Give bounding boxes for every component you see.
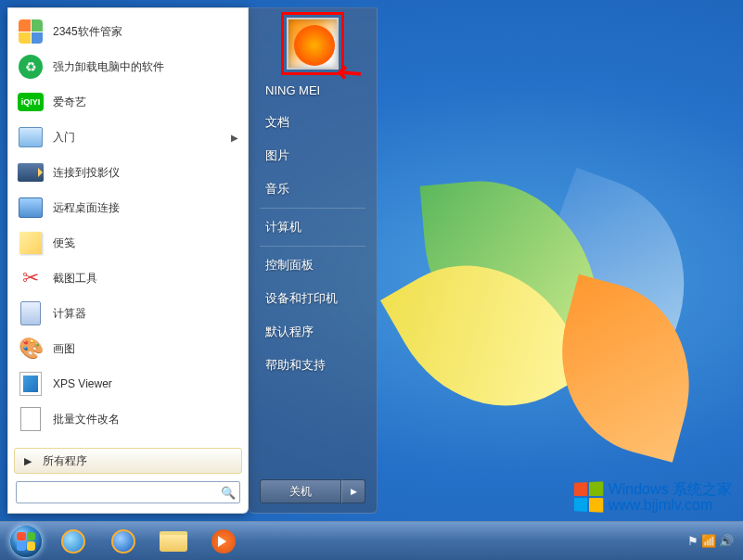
rename-icon bbox=[18, 406, 44, 432]
program-label: 截图工具 bbox=[53, 271, 97, 286]
2345-icon bbox=[18, 19, 44, 45]
wmp-icon bbox=[211, 529, 236, 554]
xps-viewer-icon bbox=[18, 371, 44, 397]
program-label: 计算器 bbox=[53, 306, 86, 322]
program-sticky-notes[interactable]: 便笺 bbox=[10, 225, 246, 261]
sticky-notes-icon bbox=[18, 230, 44, 256]
watermark: Windows 系统之家 www.bjjmlv.com bbox=[573, 481, 732, 514]
search-icon: 🔍 bbox=[221, 486, 236, 500]
remote-desktop-icon bbox=[18, 195, 44, 221]
watermark-url: www.bjjmlv.com bbox=[608, 497, 732, 514]
program-label: 连接到投影仪 bbox=[53, 165, 120, 181]
shutdown-options-button[interactable]: ▶ bbox=[341, 479, 365, 503]
paint-icon: 🎨 bbox=[18, 336, 44, 362]
taskbar-ie64[interactable] bbox=[99, 525, 147, 558]
start-menu: 2345软件管家 ♻ 强力卸载电脑中的软件 iQIYI 爱奇艺 入门 ▶ 连接到… bbox=[0, 0, 385, 521]
program-iqiyi[interactable]: iQIYI 爱奇艺 bbox=[10, 84, 246, 120]
taskbar-wmp[interactable] bbox=[199, 525, 248, 558]
right-item-music[interactable]: 音乐 bbox=[249, 172, 377, 206]
getting-started-icon bbox=[18, 124, 44, 150]
iqiyi-icon: iQIYI bbox=[18, 89, 44, 115]
watermark-title: Windows 系统之家 bbox=[608, 481, 732, 498]
tray-flag-icon[interactable]: ⚑ bbox=[687, 534, 698, 548]
start-menu-right-panel: ↖ NING MEI 文档 图片 音乐 计算机 控制面板 设备和打印机 默认程序… bbox=[249, 7, 378, 514]
program-2345[interactable]: 2345软件管家 bbox=[10, 14, 246, 49]
start-button[interactable] bbox=[4, 524, 48, 559]
windows-orb-icon bbox=[9, 525, 43, 558]
right-item-devices[interactable]: 设备和打印机 bbox=[249, 282, 377, 315]
shutdown-row: 关机 ▶ bbox=[260, 479, 365, 503]
program-label: 远程桌面连接 bbox=[53, 200, 120, 216]
projector-icon bbox=[18, 159, 44, 185]
program-label: 画图 bbox=[53, 341, 75, 357]
program-remote-desktop[interactable]: 远程桌面连接 bbox=[10, 190, 246, 225]
right-item-help[interactable]: 帮助和支持 bbox=[249, 349, 377, 382]
all-programs-button[interactable]: ▶ 所有程序 bbox=[14, 448, 242, 474]
program-label: 入门 bbox=[53, 130, 75, 146]
program-snipping-tool[interactable]: ✂ 截图工具 bbox=[10, 261, 246, 296]
all-programs-arrow-icon: ▶ bbox=[24, 455, 32, 467]
uninstall-icon: ♻ bbox=[18, 54, 44, 80]
program-label: XPS Viewer bbox=[53, 377, 112, 390]
program-uninstall[interactable]: ♻ 强力卸载电脑中的软件 bbox=[10, 49, 246, 84]
search-box[interactable]: 🔍 bbox=[16, 481, 240, 503]
separator bbox=[260, 208, 365, 209]
program-label: 批量文件改名 bbox=[53, 412, 120, 427]
avatar-flower-icon bbox=[294, 25, 335, 66]
windows-wallpaper-leaf bbox=[399, 130, 714, 482]
search-input[interactable] bbox=[20, 486, 221, 499]
program-paint[interactable]: 🎨 画图 bbox=[10, 331, 246, 366]
taskbar-explorer[interactable] bbox=[149, 525, 198, 558]
program-label: 爱奇艺 bbox=[53, 95, 86, 110]
right-item-pictures[interactable]: 图片 bbox=[249, 139, 377, 172]
right-item-documents[interactable]: 文档 bbox=[249, 106, 377, 139]
explorer-icon bbox=[160, 531, 187, 552]
windows-logo-icon bbox=[574, 482, 603, 513]
tray-volume-icon[interactable]: 🔊 bbox=[719, 534, 734, 548]
start-menu-left-panel: 2345软件管家 ♻ 强力卸载电脑中的软件 iQIYI 爱奇艺 入门 ▶ 连接到… bbox=[7, 7, 249, 514]
calculator-icon bbox=[18, 300, 44, 326]
right-item-control-panel[interactable]: 控制面板 bbox=[249, 248, 377, 282]
right-item-default-programs[interactable]: 默认程序 bbox=[249, 315, 377, 349]
program-label: 2345软件管家 bbox=[53, 24, 122, 40]
programs-list: 2345软件管家 ♻ 强力卸载电脑中的软件 iQIYI 爱奇艺 入门 ▶ 连接到… bbox=[8, 8, 248, 444]
program-label: 便笺 bbox=[53, 235, 75, 251]
program-batch-rename[interactable]: 批量文件改名 bbox=[10, 401, 246, 437]
program-label: 强力卸载电脑中的软件 bbox=[53, 59, 164, 75]
snipping-tool-icon: ✂ bbox=[18, 265, 44, 291]
ie-icon bbox=[61, 529, 85, 554]
program-getting-started[interactable]: 入门 ▶ bbox=[10, 120, 246, 155]
program-projector[interactable]: 连接到投影仪 bbox=[10, 155, 246, 190]
system-tray[interactable]: ⚑ 📶 🔊 bbox=[687, 534, 739, 548]
submenu-arrow-icon: ▶ bbox=[231, 133, 238, 143]
separator bbox=[260, 246, 365, 247]
program-calculator[interactable]: 计算器 bbox=[10, 296, 246, 331]
ie64-icon bbox=[111, 529, 135, 554]
taskbar: ⚑ 📶 🔊 bbox=[0, 521, 743, 560]
tray-network-icon[interactable]: 📶 bbox=[701, 534, 716, 548]
user-avatar[interactable] bbox=[287, 18, 339, 70]
taskbar-ie[interactable] bbox=[49, 525, 97, 558]
shutdown-button[interactable]: 关机 bbox=[260, 479, 341, 503]
program-xps-viewer[interactable]: XPS Viewer bbox=[10, 366, 246, 401]
all-programs-label: 所有程序 bbox=[43, 453, 87, 469]
right-item-computer[interactable]: 计算机 bbox=[249, 210, 377, 244]
